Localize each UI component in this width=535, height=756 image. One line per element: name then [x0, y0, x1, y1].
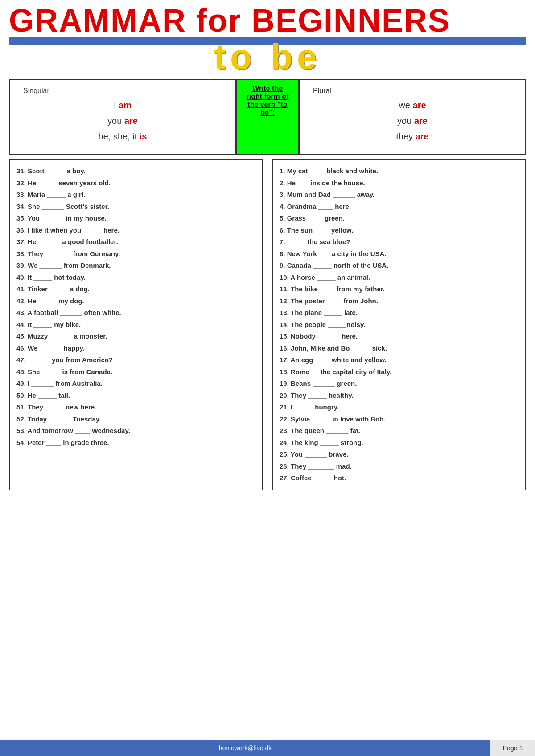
left-exercise-item: 46. We ______ happy. [16, 343, 255, 354]
left-exercise-item: 34. She ______ Scott's sister. [16, 202, 255, 212]
left-exercise-item: 31. Scott _____ a boy. [16, 166, 255, 176]
conjugation-section: Singular I am you are he, she, it is Wri… [9, 79, 526, 155]
right-exercise-item: 24. The king _____ strong. [280, 438, 519, 448]
right-exercise-item: 5. Grass ____ green. [280, 213, 519, 224]
verb-are-we: are [413, 100, 426, 110]
right-exercise-item: 27. Coffee _____ hot. [280, 473, 519, 483]
right-exercise-item: 7. _____ the sea blue? [280, 237, 519, 247]
conj-they-are: they are [313, 131, 512, 142]
instruction-text: Write theright form ofthe verb "tobe": [246, 85, 288, 117]
left-exercise-item: 42. He _____ my dog. [16, 296, 255, 306]
left-exercise-item: 52. Today ______ Tuesday. [16, 414, 255, 425]
left-exercise-item: 40. It _____ hot today. [16, 273, 255, 283]
left-exercise-item: 35. You ______ in my house. [16, 213, 255, 224]
footer-email: homework@live.dk [0, 744, 490, 752]
right-exercise-item: 20. They _____ healthy. [280, 391, 519, 401]
footer: homework@live.dk Page 1 [0, 740, 535, 756]
verb-is: is [140, 131, 147, 141]
left-exercise-item: 50. He _____ tall. [16, 391, 255, 401]
right-exercise-item: 14. The people _____noisy. [280, 320, 519, 330]
left-exercise-item: 54. Peter ____ in grade three. [16, 438, 255, 448]
left-exercise-item: 37. He ______ a good footballer. [16, 237, 255, 247]
right-exercise-item: 6. The sun ____ yellow. [280, 225, 519, 236]
right-exercise-item: 23. The queen ______ fat. [280, 426, 519, 436]
right-exercise-item: 2. He ___ inside the house. [280, 178, 519, 188]
footer-page: Page 1 [490, 740, 535, 756]
conj-you-are-p: you are [313, 116, 512, 126]
header: GRAMMAR for BEGINNERS to be [0, 0, 535, 75]
right-exercise-col: 1. My cat ____ black and white.2. He ___… [272, 159, 526, 490]
left-exercise-item: 39. We ______ from Denmark. [16, 261, 255, 271]
right-exercise-item: 21. I _____ hungry. [280, 402, 519, 413]
subtitle-text: to be [214, 39, 321, 75]
right-exercise-item: 13. The plane _____ late. [280, 308, 519, 318]
right-exercise-item: 3. Mum and Dad ______ away. [280, 190, 519, 200]
verb-are-s: are [124, 116, 138, 126]
plural-box: Plural we are you are they are [299, 79, 526, 155]
left-exercise-item: 48. She _____ is from Canada. [16, 367, 255, 377]
right-exercise-item: 25. You ______ brave. [280, 450, 519, 460]
conj-i-am: I am [23, 100, 222, 110]
conj-he-is: he, she, it is [23, 131, 222, 142]
verb-are-you: are [414, 116, 428, 126]
singular-label: Singular [23, 87, 222, 95]
right-exercise-item: 4. Grandma ____ here. [280, 202, 519, 212]
right-exercise-item: 22. Sylvia _____ in love with Bob. [280, 414, 519, 425]
right-exercise-item: 1. My cat ____ black and white. [280, 166, 519, 176]
left-exercise-item: 32. He _____ seven years old. [16, 178, 255, 188]
left-exercise-item: 41. Tinker _____ a dog. [16, 284, 255, 294]
subtitle-container: to be [9, 39, 526, 75]
plural-label: Plural [313, 87, 512, 95]
left-exercise-item: 51. They _____ new here. [16, 402, 255, 413]
left-exercise-col: 31. Scott _____ a boy.32. He _____ seven… [9, 159, 263, 490]
left-exercise-item: 53. And tomorrow ____ Wednesday. [16, 426, 255, 436]
conj-we-are: we are [313, 100, 512, 110]
instruction-box: Write theright form ofthe verb "tobe": [236, 79, 299, 155]
verb-am: am [119, 100, 132, 110]
left-exercise-item: 43. A football ______ often white. [16, 308, 255, 318]
right-exercise-item: 9. Canada _____ north of the USA. [280, 261, 519, 271]
left-exercise-item: 36. I like it when you _____ here. [16, 225, 255, 236]
right-exercise-item: 10. A horse _____ an animal. [280, 273, 519, 283]
left-exercise-item: 47. ______ you from America? [16, 355, 255, 365]
right-exercise-item: 17. An egg ____ white and yellow. [280, 355, 519, 365]
main-title: GRAMMAR for BEGINNERS [9, 4, 526, 37]
right-exercise-item: 8. New York ___ a city in the USA. [280, 249, 519, 259]
singular-box: Singular I am you are he, she, it is [9, 79, 236, 155]
conj-you-are-s: you are [23, 116, 222, 126]
right-exercise-item: 16. John, Mike and Bo _____ sick. [280, 343, 519, 354]
verb-are-they: are [416, 131, 429, 141]
right-exercise-item: 15. Nobody ______ here. [280, 331, 519, 342]
right-exercise-item: 19. Beans ______ green. [280, 379, 519, 389]
exercise-section: 31. Scott _____ a boy.32. He _____ seven… [9, 159, 526, 490]
left-exercise-item: 45. Muzzy ______ a monster. [16, 331, 255, 342]
left-exercise-item: 49. I ______ from Australia. [16, 379, 255, 389]
left-exercise-item: 38. They _______ from Germany. [16, 249, 255, 259]
right-exercise-item: 26. They _______ mad. [280, 462, 519, 472]
left-exercise-item: 33. Maria _____ a girl. [16, 190, 255, 200]
left-exercise-item: 44. It _____ my bike. [16, 320, 255, 330]
right-exercise-item: 11. The bike ____ from my father. [280, 284, 519, 294]
right-exercise-item: 12. The poster ____ from John. [280, 296, 519, 306]
right-exercise-item: 18. Rome __ the capital city of Italy. [280, 367, 519, 377]
